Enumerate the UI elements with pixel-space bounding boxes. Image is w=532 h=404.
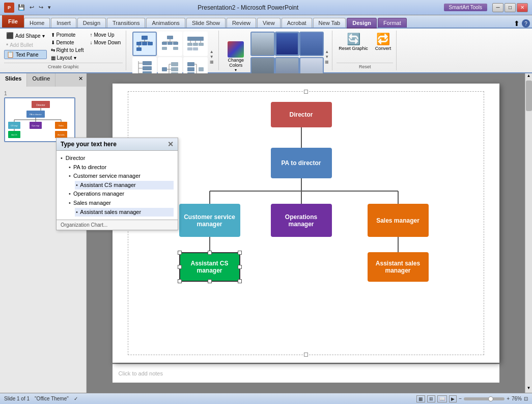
panel-close-button[interactable]: ✕ (75, 73, 86, 87)
tab-newtab[interactable]: New Tab (313, 18, 346, 28)
resize-handle-top[interactable] (304, 90, 308, 94)
item-text[interactable]: Assistant CS manager (80, 182, 135, 188)
style-btn-2[interactable] (275, 32, 299, 56)
ops-manager-node[interactable]: Operations manager (271, 204, 332, 237)
scroll-down-button[interactable]: ▼ (525, 386, 532, 393)
styles-scroll-more[interactable]: ▦ (325, 60, 329, 64)
tab-acrobat[interactable]: Acrobat (282, 18, 312, 28)
item-text[interactable]: Customer service manager (73, 173, 141, 179)
tab-file[interactable]: File (2, 15, 24, 28)
cs-manager-node[interactable]: Customer service manager (179, 204, 240, 237)
change-colors-button[interactable]: Change Colors ▾ (223, 40, 248, 73)
scroll-up-button[interactable]: ▲ (525, 73, 532, 80)
sales-manager-node[interactable]: Sales manager (368, 204, 429, 237)
layout-btn-2[interactable] (158, 32, 182, 56)
spelling-check-icon[interactable]: ✓ (74, 396, 78, 401)
sel-handle-tr[interactable] (238, 251, 242, 255)
layout-button[interactable]: ▦ Layout ▾ (49, 55, 86, 61)
sel-handle-tm[interactable] (208, 251, 212, 255)
layout-btn-1[interactable] (132, 32, 157, 56)
tab-slideshow[interactable]: Slide Show (186, 18, 226, 28)
item-text[interactable]: Operations manager (73, 191, 124, 197)
text-pane-footer[interactable]: Organization Chart... (57, 220, 178, 230)
layouts-scroll[interactable]: ▲ ▼ ▦ (210, 49, 214, 64)
pa-director-node[interactable]: PA to director (271, 148, 332, 178)
save-qat-btn[interactable]: 💾 (16, 4, 26, 11)
zoom-in-btn[interactable]: + (507, 396, 510, 401)
customize-qat-btn[interactable]: ▾ (46, 4, 52, 11)
fit-window-btn[interactable]: ⊡ (524, 396, 528, 401)
slides-tab[interactable]: Slides (0, 73, 27, 87)
scrollbar-thumb[interactable] (526, 80, 532, 111)
help-btn[interactable]: ⬆ (514, 19, 520, 28)
redo-qat-btn[interactable]: ↪ (37, 4, 45, 11)
outline-tab[interactable]: Outline (27, 73, 55, 87)
create-group-right: ⬆ Promote ⬇ Demote ⇆ Right to Left ▦ Lay… (49, 32, 86, 61)
text-pane-close-button[interactable]: ✕ (167, 140, 174, 148)
tab-view[interactable]: View (257, 18, 281, 28)
list-item-selected[interactable]: • Assistant CS manager (75, 181, 174, 190)
sel-handle-bm[interactable] (208, 279, 212, 283)
minimize-button[interactable]: ─ (492, 3, 503, 12)
canvas-area[interactable]: Director PA to director Customer service… (87, 73, 525, 393)
promote-button[interactable]: ⬆ Promote (49, 32, 86, 38)
add-shape-button[interactable]: ⬛ Add Shape ▾ (4, 32, 47, 40)
style-btn-3[interactable] (299, 32, 324, 56)
restore-button[interactable]: □ (505, 3, 516, 12)
sel-handle-mr[interactable] (238, 265, 242, 269)
item-text[interactable]: Sales manager (73, 200, 111, 206)
tab-review[interactable]: Review (227, 18, 256, 28)
styles-scroll-up[interactable]: ▲ (325, 49, 329, 54)
styles-scroll[interactable]: ▲ ▼ ▦ (325, 49, 329, 64)
text-pane-header: Type your text here ✕ (57, 138, 178, 151)
list-item: • Sales manager (69, 199, 174, 208)
view-slideshow-btn[interactable]: ▶ (449, 395, 457, 402)
tab-design[interactable]: Design (77, 18, 106, 28)
view-slide-sorter-btn[interactable]: ⊞ (427, 395, 435, 402)
move-up-button[interactable]: ↑ Move Up (88, 32, 123, 38)
asst-cs-manager-node[interactable]: Assistant CS manager (179, 252, 240, 282)
resize-handle-bottom[interactable] (304, 353, 308, 357)
tab-animations[interactable]: Animations (146, 18, 185, 28)
reset-graphic-button[interactable]: 🔄 Reset Graphic (337, 32, 370, 52)
zoom-thumb[interactable] (488, 396, 493, 401)
text-pane-button[interactable]: 📋 Text Pane (4, 50, 47, 59)
zoom-slider[interactable] (464, 397, 505, 400)
add-bullet-button[interactable]: • Add Bullet (4, 41, 47, 49)
tab-home[interactable]: Home (24, 18, 50, 28)
scroll-up-arrow[interactable]: ▲ (210, 49, 214, 54)
layout-btn-3[interactable] (183, 32, 208, 56)
move-down-button[interactable]: ↓ Move Down (88, 39, 123, 46)
undo-qat-btn[interactable]: ↩ (28, 4, 36, 11)
tab-smartart-design[interactable]: Design (347, 18, 377, 29)
notes-area[interactable]: Click to add notes (113, 364, 499, 383)
tab-transitions[interactable]: Transitions (107, 18, 145, 28)
tab-insert[interactable]: Insert (51, 18, 76, 28)
sel-handle-ml[interactable] (178, 265, 182, 269)
item-text[interactable]: Assistant sales manager (80, 209, 141, 215)
right-to-left-button[interactable]: ⇆ Right to Left (49, 47, 86, 53)
item-text[interactable]: Director (66, 154, 86, 163)
convert-button[interactable]: 🔁 Convert (373, 32, 394, 52)
item-text[interactable]: PA to director (73, 164, 106, 170)
close-button[interactable]: ✕ (517, 3, 528, 12)
slide-thumbnail[interactable]: Director PA to director CS mgr Ops mgr S… (4, 97, 75, 142)
sel-handle-tl[interactable] (178, 251, 182, 255)
zoom-out-btn[interactable]: − (459, 396, 462, 401)
view-reading-btn[interactable]: 📖 (437, 395, 447, 402)
question-btn[interactable]: ? (522, 19, 530, 28)
scrollbar-track[interactable] (525, 80, 532, 386)
sel-handle-br[interactable] (238, 279, 242, 283)
svg-rect-7 (136, 47, 142, 51)
styles-scroll-down[interactable]: ▼ (325, 55, 329, 59)
sel-handle-bl[interactable] (178, 279, 182, 283)
scroll-down-arrow[interactable]: ▼ (210, 55, 214, 59)
style-btn-1[interactable] (250, 32, 275, 56)
view-normal-btn[interactable]: ▦ (416, 395, 425, 402)
asst-sales-manager-node[interactable]: Assistant sales manager (368, 252, 429, 282)
director-node[interactable]: Director (271, 102, 332, 127)
tab-smartart-format[interactable]: Format (378, 18, 407, 28)
scrollbar-vertical[interactable]: ▲ ▼ (525, 73, 532, 393)
demote-button[interactable]: ⬇ Demote (49, 39, 86, 46)
scroll-more-arrow[interactable]: ▦ (210, 60, 214, 64)
